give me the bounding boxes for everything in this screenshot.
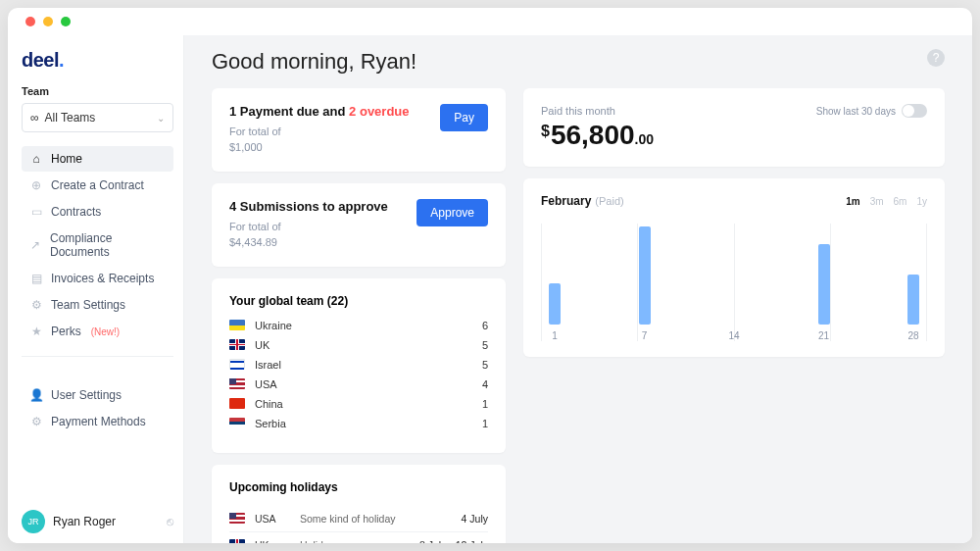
pay-button[interactable]: Pay [440,104,488,131]
payments-card: 1 Payment due and 2 overdue For total of… [212,88,506,172]
range-6m[interactable]: 6m [894,196,907,207]
holiday-row: USASome kind of holiday4 July [229,506,488,531]
holiday-row: UKHoliday8 July - 12 July [229,531,488,543]
chart-status: (Paid) [595,195,623,207]
flag-icon [229,359,245,370]
flag-icon [229,418,245,428]
nav-label: Invoices & Receipts [51,272,154,285]
nav-label: Perks [51,325,81,338]
logout-icon[interactable]: ⎋ [167,515,173,528]
nav-icon: ▭ [29,205,43,219]
range-1m[interactable]: 1m [846,196,859,207]
holiday-date: 4 July [462,513,488,525]
chart-x-label: 28 [907,330,918,341]
sidebar: deel. Team ∞ All Teams ⌄ ⌂Home⊕Create a … [8,35,184,543]
settings-item-payment-methods[interactable]: ⚙Payment Methods [22,409,173,434]
new-tag: (New!) [91,326,120,337]
nav-item-perks[interactable]: ★Perks(New!) [22,319,173,344]
profile-footer[interactable]: JR Ryan Roger ⎋ [22,510,173,533]
bar-wrap: 7 [635,226,655,341]
logo: deel. [22,49,173,72]
submissions-subtotal: For total of $4,434.89 [229,220,388,251]
nav-item-contracts[interactable]: ▭Contracts [22,199,173,225]
holiday-name: Holiday [300,539,410,543]
chart-x-label: 7 [642,330,648,341]
chart-x-label: 1 [552,330,558,341]
nav-label: Team Settings [51,298,125,312]
paid-card: Paid this month Show last 30 days $56,80… [523,88,945,167]
nav-divider [22,356,173,357]
nav-item-compliance-documents[interactable]: ↗Compliance Documents [22,225,173,265]
team-row: USA4 [229,378,488,390]
main-nav: ⌂Home⊕Create a Contract▭Contracts↗Compli… [22,146,173,344]
nav-item-invoices-receipts[interactable]: ▤Invoices & Receipts [22,266,173,291]
nav-label: Compliance Documents [50,231,166,259]
chart-x-label: 21 [818,330,829,341]
settings-label: User Settings [51,388,122,402]
bar-wrap: 1 [545,283,564,341]
holiday-name: Some kind of holiday [300,513,452,525]
flag-icon [229,539,245,543]
chart-bar [639,226,651,325]
submissions-title: 4 Submissions to approve [229,199,388,214]
country-count: 6 [474,320,488,331]
country-count: 4 [474,378,488,390]
country-name: Israel [255,359,302,371]
maximize-window-icon[interactable] [61,17,71,26]
nav-item-team-settings[interactable]: ⚙Team Settings [22,292,173,318]
approve-button[interactable]: Approve [416,199,488,226]
holiday-country: UK [255,539,290,543]
settings-icon: 👤 [29,388,43,402]
settings-item-user-settings[interactable]: 👤User Settings [22,382,173,408]
chart-x-label: 14 [728,330,739,341]
chart-bar [549,283,561,325]
main-content: ? Good morning, Ryan! 1 Payment due and … [184,35,972,543]
bar-wrap: 14 [724,325,744,341]
country-count: 1 [474,418,488,429]
chart-bar [907,275,919,325]
minimize-window-icon[interactable] [43,17,53,26]
submissions-card: 4 Submissions to approve For total of $4… [212,183,506,267]
chart-bar [818,244,830,325]
window-titlebar [8,8,972,35]
settings-label: Payment Methods [51,415,146,428]
team-row: Ukraine6 [229,320,488,331]
settings-icon: ⚙ [29,415,43,428]
team-select-value: All Teams [45,111,96,125]
infinity-icon: ∞ [30,111,39,125]
nav-label: Create a Contract [51,178,144,192]
nav-icon: ↗ [29,238,42,252]
country-name: Ukraine [255,320,302,331]
profile-name: Ryan Roger [53,515,116,528]
team-section-label: Team [22,85,173,97]
nav-icon: ⌂ [29,152,43,166]
team-row: Israel5 [229,359,488,371]
avatar: JR [22,510,45,533]
team-select[interactable]: ∞ All Teams ⌄ [22,103,173,132]
flag-icon [229,378,245,389]
nav-item-create-a-contract[interactable]: ⊕Create a Contract [22,173,173,198]
range-3m[interactable]: 3m [870,196,884,207]
country-name: USA [255,378,302,390]
flag-icon [229,339,245,350]
chart-month: February [541,194,591,208]
last-30-toggle[interactable]: Show last 30 days [816,104,927,118]
settings-nav: 👤User Settings⚙Payment Methods [22,382,173,434]
nav-icon: ⚙ [29,298,43,312]
bar-wrap: 28 [904,275,923,341]
nav-item-home[interactable]: ⌂Home [22,146,173,172]
help-icon[interactable]: ? [927,49,945,67]
payments-title: 1 Payment due and 2 overdue [229,104,410,119]
range-1y[interactable]: 1y [916,196,927,207]
country-name: Serbia [255,418,302,429]
holiday-date: 8 July - 12 July [419,539,488,543]
close-window-icon[interactable] [25,17,35,26]
country-count: 1 [474,398,488,410]
flag-icon [229,320,245,330]
bar-wrap: 21 [814,244,834,341]
global-team-card: Your global team (22) Ukraine6UK5Israel5… [212,278,506,453]
country-count: 5 [474,339,488,351]
country-name: UK [255,339,302,351]
nav-icon: ★ [29,325,43,338]
holidays-title: Upcoming holidays [229,480,488,494]
